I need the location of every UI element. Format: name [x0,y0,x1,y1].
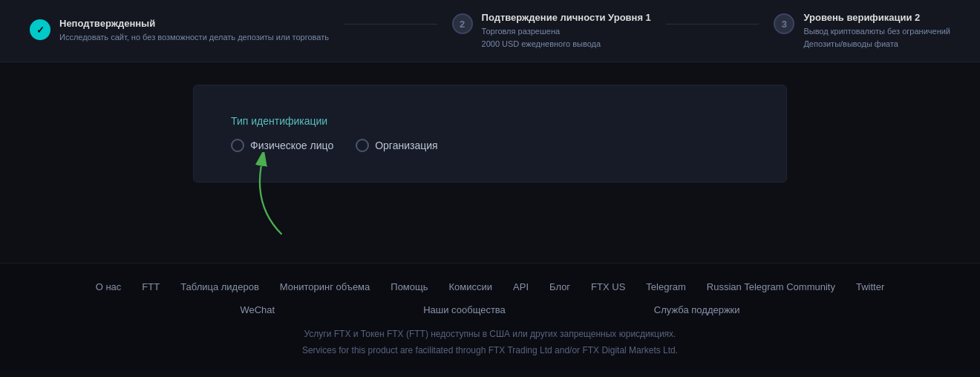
id-type-card: Тип идентификации Физическое лицо Органи… [193,85,787,183]
footer-link-blog[interactable]: Блог [539,281,581,292]
verification-step-3: 3 Уровень верификации 2 Вывод криптовалю… [774,12,950,50]
footer-link-twitter[interactable]: Twitter [846,281,895,292]
radio-individual-label: Физическое лицо [250,140,333,151]
footer-link-api[interactable]: API [503,281,539,292]
step2-icon: 2 [452,13,473,34]
footer: О нас FTT Таблица лидеров Мониторинг объ… [0,263,980,370]
footer-section-communities: Наши сообщества [349,303,580,316]
footer-link-leaderboard[interactable]: Таблица лидеров [170,281,270,292]
footer-link-ftxus[interactable]: FTX US [581,281,636,292]
radio-organization-label: Организация [375,140,437,151]
step1-icon: ✓ [30,19,50,40]
step3-title: Уровень верификации 2 [803,12,950,23]
footer-disclaimer: Услуги FTX и Токен FTX (FTT) недоступны … [30,327,950,358]
step-divider-1 [344,24,437,24]
footer-support-label[interactable]: Служба поддержки [654,304,740,315]
id-type-radio-group: Физическое лицо Организация [231,139,749,152]
radio-individual[interactable]: Физическое лицо [231,139,333,152]
radio-individual-circle[interactable] [231,139,244,152]
footer-link-volume[interactable]: Мониторинг объема [270,281,380,292]
footer-link-fees[interactable]: Комиссии [439,281,503,292]
footer-link-telegram[interactable]: Telegram [636,281,696,292]
step-divider-2 [666,24,760,24]
arrow-svg [238,152,298,241]
radio-organization-circle[interactable] [356,139,369,152]
verification-step-1: ✓ Неподтвержденный Исследовать сайт, но … [30,18,329,44]
step3-icon: 3 [774,13,794,34]
step2-title: Подтверждение личности Уровня 1 [482,12,651,23]
step2-description: Торговля разрешена2000 USD ежедневного в… [482,25,651,50]
footer-wechat-label[interactable]: WeChat [240,304,275,315]
footer-link-help[interactable]: Помощь [380,281,438,292]
disclaimer-line2: Services for this product are facilitate… [30,343,950,359]
footer-section-wechat: WeChat [166,303,349,316]
step2-content: Подтверждение личности Уровня 1 Торговля… [482,12,651,50]
step3-description: Вывод криптовалюты без ограниченийДепози… [803,25,950,50]
footer-section-support: Служба поддержки [580,303,814,316]
step3-content: Уровень верификации 2 Вывод криптовалюты… [803,12,950,50]
footer-communities-label[interactable]: Наши сообщества [423,304,506,315]
footer-link-russian-telegram[interactable]: Russian Telegram Community [696,281,846,292]
step1-title: Неподтвержденный [59,18,329,29]
disclaimer-line1: Услуги FTX и Токен FTX (FTT) недоступны … [30,327,950,343]
footer-link-about[interactable]: О нас [85,281,132,292]
footer-sections: WeChat Наши сообщества Служба поддержки [30,303,950,316]
footer-nav: О нас FTT Таблица лидеров Мониторинг объ… [30,281,950,292]
footer-link-ftt[interactable]: FTT [131,281,170,292]
main-content: Тип идентификации Физическое лицо Органи… [0,62,980,263]
step1-content: Неподтвержденный Исследовать сайт, но бе… [59,18,329,44]
verification-step-2: 2 Подтверждение личности Уровня 1 Торгов… [452,12,651,50]
verification-bar: ✓ Неподтвержденный Исследовать сайт, но … [0,0,980,62]
arrow-indicator [238,152,298,244]
radio-organization[interactable]: Организация [356,139,437,152]
id-type-label: Тип идентификации [231,115,749,127]
step1-description: Исследовать сайт, но без возможности дел… [59,31,329,44]
